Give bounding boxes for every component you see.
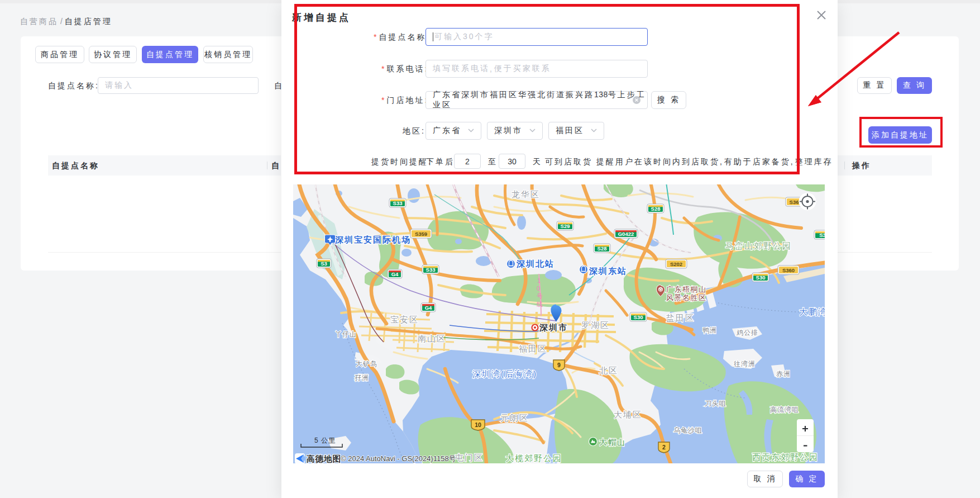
svg-text:S28: S28 xyxy=(597,245,607,252)
svg-text:西贡东郊野公园: 西贡东郊野公园 xyxy=(752,452,819,462)
svg-text:盐田区: 盐田区 xyxy=(666,313,695,322)
svg-text:大鹏湾: 大鹏湾 xyxy=(799,307,825,316)
svg-text:深圳东站: 深圳东站 xyxy=(589,266,627,276)
svg-text:大铲岛: 大铲岛 xyxy=(356,360,377,368)
svg-text:© 2024 AutoNavi - GS(2024)1158: © 2024 AutoNavi - GS(2024)1158号 xyxy=(341,454,456,463)
svg-text:S3: S3 xyxy=(819,232,825,238)
svg-text:乌龟沙咀: 乌龟沙咀 xyxy=(673,426,702,434)
svg-text:南山区: 南山区 xyxy=(418,334,446,343)
svg-text:S30: S30 xyxy=(634,314,643,320)
svg-text:0: 0 xyxy=(537,285,540,292)
svg-text:高流湾咀: 高流湾咀 xyxy=(770,406,799,414)
svg-text:高德地图: 高德地图 xyxy=(307,454,341,463)
svg-text:10: 10 xyxy=(475,421,481,428)
svg-text:鸭洲: 鸭洲 xyxy=(702,326,717,334)
svg-text:S28: S28 xyxy=(651,206,661,212)
svg-text:屯门区: 屯门区 xyxy=(455,453,484,462)
svg-text:马峦山郊野公园: 马峦山郊野公园 xyxy=(725,241,792,250)
svg-text:元朗区: 元朗区 xyxy=(500,413,529,423)
svg-text:5 公里: 5 公里 xyxy=(314,437,336,444)
svg-text:龙华区: 龙华区 xyxy=(511,189,540,199)
svg-text:S30: S30 xyxy=(756,274,766,281)
svg-text:罗湖区: 罗湖区 xyxy=(581,320,610,330)
svg-text:S29: S29 xyxy=(561,223,570,229)
svg-text:大榄郊野公园: 大榄郊野公园 xyxy=(505,453,562,463)
svg-text:2: 2 xyxy=(662,444,666,450)
svg-text:丫仔山: 丫仔山 xyxy=(335,330,357,338)
svg-text:北区: 北区 xyxy=(599,366,618,375)
svg-text:福田区: 福田区 xyxy=(519,344,547,353)
svg-text:赤洲: 赤洲 xyxy=(776,370,791,378)
svg-text:S33: S33 xyxy=(393,200,403,206)
svg-text:风景名胜区: 风景名胜区 xyxy=(666,293,707,302)
svg-text:S202: S202 xyxy=(670,261,682,267)
svg-text:S359: S359 xyxy=(415,231,427,237)
svg-text:往湾洲: 往湾洲 xyxy=(734,360,756,368)
svg-text:深圳北站: 深圳北站 xyxy=(516,259,554,268)
svg-text:S33: S33 xyxy=(426,267,436,273)
svg-text:1: 1 xyxy=(537,277,541,284)
svg-text:G4: G4 xyxy=(425,305,432,311)
svg-text:号: 号 xyxy=(537,293,543,300)
svg-text:深圳湾(后海湾): 深圳湾(后海湾) xyxy=(472,369,537,378)
svg-text:线: 线 xyxy=(537,301,543,307)
svg-text:宝安区: 宝安区 xyxy=(390,315,419,324)
svg-text:广东梧桐山: 广东梧桐山 xyxy=(666,285,707,293)
svg-text:深圳市: 深圳市 xyxy=(539,322,568,332)
svg-text:大埔区: 大埔区 xyxy=(614,410,642,419)
svg-text:深圳宝安国际机场: 深圳宝安国际机场 xyxy=(334,235,411,244)
svg-text:S3: S3 xyxy=(321,260,327,267)
svg-text:大帽山: 大帽山 xyxy=(599,438,626,447)
svg-text:鸡公排: 鸡公排 xyxy=(736,329,758,336)
svg-text:G0422: G0422 xyxy=(618,231,634,237)
svg-text:孖洲: 孖洲 xyxy=(355,374,369,382)
svg-text:G4: G4 xyxy=(391,271,399,277)
svg-text:S36: S36 xyxy=(790,199,799,205)
svg-text:S360: S360 xyxy=(782,267,795,273)
svg-text:9: 9 xyxy=(557,362,561,368)
svg-text:刀头咀: 刀头咀 xyxy=(705,400,726,407)
